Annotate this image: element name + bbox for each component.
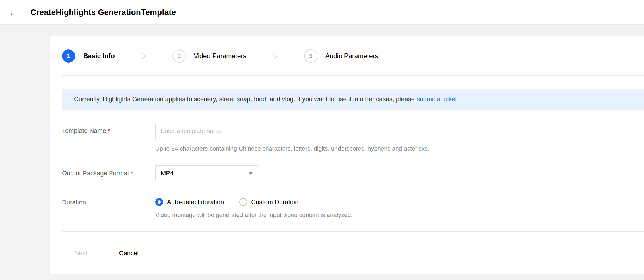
radio-selected-icon	[155, 198, 163, 206]
step-2-badge: 2	[172, 49, 186, 63]
form-card: 1 Basic Info 2 Video Parameters 3 Audio …	[50, 36, 644, 274]
output-format-select[interactable]: MP4	[155, 165, 258, 181]
select-value: MP4	[161, 170, 174, 177]
step-1-label: Basic Info	[83, 52, 115, 60]
output-format-field-col: MP4	[155, 165, 258, 181]
content-area: 1 Basic Info 2 Video Parameters 3 Audio …	[0, 25, 644, 274]
required-asterisk: *	[131, 170, 133, 177]
radio-unselected-icon	[239, 198, 247, 206]
divider	[62, 231, 644, 232]
radio-custom-duration-label: Custom Duration	[251, 198, 298, 206]
duration-label: Duration	[62, 198, 155, 218]
step-basic-info: 1 Basic Info	[62, 49, 115, 63]
duration-help: Video montage will be generated after th…	[155, 212, 352, 218]
banner-text: Currently, Highlights Generation applies…	[74, 95, 415, 103]
step-2-label: Video Parameters	[194, 52, 247, 60]
top-bar: ← CreateHighlights GenerationTemplate	[0, 0, 644, 25]
template-name-row: Template Name* Up to 64 characters conta…	[62, 123, 644, 152]
duration-field-col: Auto-detect duration Custom Duration Vid…	[155, 198, 352, 218]
template-name-input[interactable]	[155, 123, 258, 139]
cancel-button[interactable]: Cancel	[106, 246, 152, 261]
output-format-row: Output Package Format* MP4	[62, 165, 644, 181]
step-1-badge: 1	[62, 49, 75, 63]
duration-row: Duration Auto-detect duration Custom Dur…	[62, 198, 644, 218]
step-3-label: Audio Parameters	[325, 52, 378, 60]
radio-custom-duration[interactable]: Custom Duration	[239, 198, 298, 206]
step-wizard: 1 Basic Info 2 Video Parameters 3 Audio …	[62, 49, 644, 63]
caret-down-icon	[248, 172, 253, 175]
template-name-label: Template Name*	[62, 123, 155, 152]
step-audio-parameters: 3 Audio Parameters	[304, 49, 378, 63]
divider	[62, 75, 644, 76]
next-button[interactable]: Next	[62, 246, 100, 261]
submit-ticket-link[interactable]: submit a ticket	[417, 95, 457, 103]
step-3-badge: 3	[304, 49, 317, 63]
info-banner: Currently, Highlights Generation applies…	[62, 89, 644, 110]
radio-auto-detect-duration[interactable]: Auto-detect duration	[155, 198, 224, 206]
page-title: CreateHighlights GenerationTemplate	[30, 8, 176, 17]
duration-radio-group: Auto-detect duration Custom Duration	[155, 198, 352, 206]
step-video-parameters: 2 Video Parameters	[172, 49, 247, 63]
action-bar: Next Cancel	[62, 246, 644, 261]
back-arrow-icon[interactable]: ←	[9, 7, 21, 17]
chevron-right-icon	[271, 53, 277, 59]
template-name-help: Up to 64 characters containing Chinese c…	[155, 145, 429, 152]
template-name-field-col: Up to 64 characters containing Chinese c…	[155, 123, 429, 152]
required-asterisk: *	[108, 127, 110, 134]
output-format-label: Output Package Format*	[62, 165, 155, 181]
chevron-right-icon	[139, 53, 145, 59]
radio-auto-detect-label: Auto-detect duration	[167, 198, 224, 206]
